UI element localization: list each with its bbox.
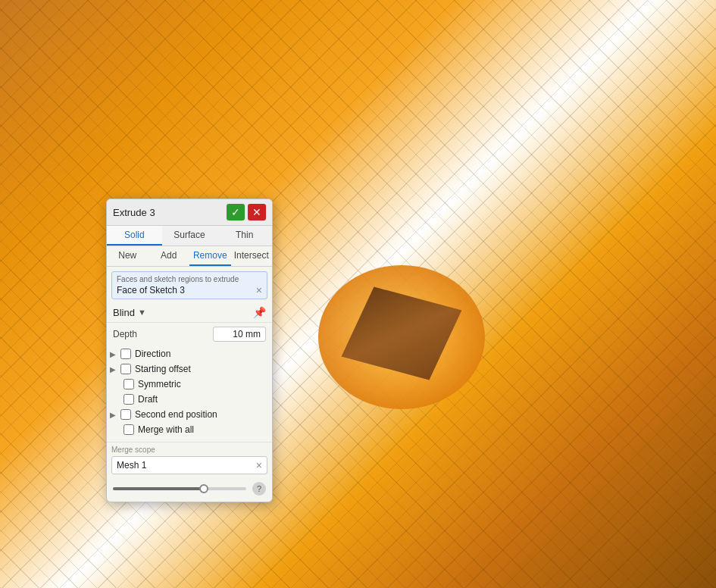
options-list: ▶ Direction ▶ Starting offset Symmetric … xyxy=(107,345,272,440)
starting-offset-checkbox[interactable] xyxy=(120,364,131,374)
option-starting-offset-row[interactable]: ▶ Starting offset xyxy=(107,361,272,377)
op-tab-intersect[interactable]: Intersect xyxy=(231,246,273,266)
type-tabs-row: Solid Surface Thin xyxy=(107,226,272,246)
face-selector[interactable]: Faces and sketch regions to extrude Face… xyxy=(111,271,267,299)
option-direction-row[interactable]: ▶ Direction xyxy=(107,346,272,361)
merge-scope-value-row[interactable]: Mesh 1 × xyxy=(111,456,267,474)
confirm-button[interactable]: ✓ xyxy=(227,204,245,220)
direction-checkbox[interactable] xyxy=(120,349,131,359)
starting-offset-expander-icon: ▶ xyxy=(110,365,120,374)
extrude-panel: Extrude 3 ✓ ✕ Solid Surface Thin New Add… xyxy=(106,199,273,502)
merge-scope-section: Merge scope Mesh 1 × xyxy=(107,442,272,477)
blind-row: Blind ▼ 📌 xyxy=(107,302,272,323)
op-tab-new[interactable]: New xyxy=(107,246,149,266)
face-selector-close[interactable]: × xyxy=(256,285,262,296)
help-button[interactable]: ? xyxy=(252,482,266,496)
slider-thumb[interactable] xyxy=(199,484,208,493)
merge-all-label: Merge with all xyxy=(138,424,194,435)
slider-row: ? xyxy=(107,477,272,502)
panel-title-buttons: ✓ ✕ xyxy=(227,204,266,220)
merge-scope-value: Mesh 1 xyxy=(117,460,146,471)
direction-expander-icon: ▶ xyxy=(110,350,120,358)
op-tab-remove[interactable]: Remove xyxy=(189,246,231,266)
symmetric-checkbox[interactable] xyxy=(124,379,134,389)
cancel-button[interactable]: ✕ xyxy=(248,204,266,220)
op-tabs-row: New Add Remove Intersect xyxy=(107,246,272,267)
draft-label: Draft xyxy=(138,394,158,405)
starting-offset-label: Starting offset xyxy=(135,364,191,374)
second-end-checkbox[interactable] xyxy=(120,409,131,420)
merge-scope-section-label: Merge scope xyxy=(111,446,267,454)
face-selector-value-row: Face of Sketch 3 × xyxy=(117,285,262,296)
dropdown-arrow-icon: ▼ xyxy=(138,308,146,317)
op-tab-add[interactable]: Add xyxy=(149,246,190,266)
option-symmetric-row[interactable]: Symmetric xyxy=(107,377,272,392)
panel-titlebar: Extrude 3 ✓ ✕ xyxy=(107,199,272,226)
draft-checkbox[interactable] xyxy=(124,394,134,405)
merge-scope-close-icon[interactable]: × xyxy=(256,459,262,471)
second-end-label: Second end position xyxy=(135,409,217,420)
face-selector-label: Faces and sketch regions to extrude xyxy=(117,275,262,283)
symmetric-label: Symmetric xyxy=(138,379,181,389)
direction-label: Direction xyxy=(135,349,170,359)
option-second-end-row[interactable]: ▶ Second end position xyxy=(107,407,272,422)
depth-row: Depth xyxy=(107,323,272,345)
panel-title: Extrude 3 xyxy=(113,207,155,218)
slider-track[interactable] xyxy=(113,487,246,490)
option-merge-all-row[interactable]: Merge with all xyxy=(107,422,272,437)
tab-thin[interactable]: Thin xyxy=(217,226,272,246)
second-end-expander-icon: ▶ xyxy=(110,411,120,419)
depth-label: Depth xyxy=(113,329,137,339)
merge-all-checkbox[interactable] xyxy=(124,424,134,435)
tab-solid[interactable]: Solid xyxy=(107,226,162,246)
end-type-label: Blind xyxy=(113,307,135,318)
option-draft-row[interactable]: Draft xyxy=(107,392,272,407)
slider-fill xyxy=(113,487,204,490)
face-selector-value: Face of Sketch 3 xyxy=(117,285,185,296)
pin-icon[interactable]: 📌 xyxy=(253,306,266,318)
depth-input[interactable] xyxy=(213,327,266,342)
tab-surface[interactable]: Surface xyxy=(162,226,217,246)
end-type-dropdown[interactable]: Blind ▼ xyxy=(113,307,146,318)
